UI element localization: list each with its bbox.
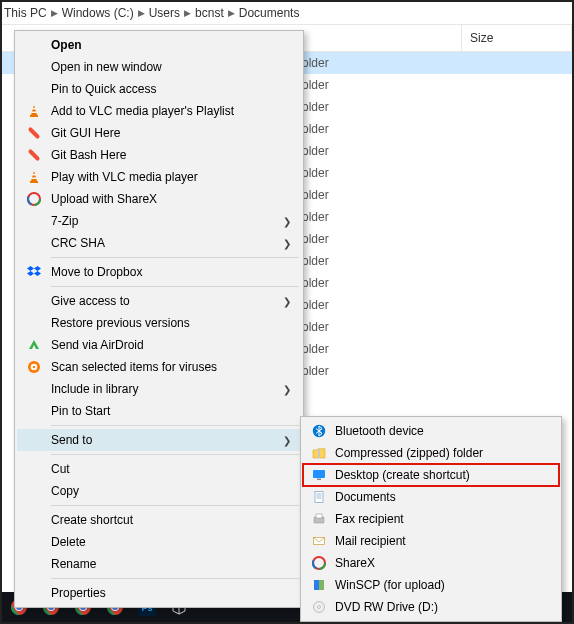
file-type-label: older [302, 56, 329, 70]
separator [51, 425, 299, 426]
svg-rect-2 [32, 108, 36, 109]
chevron-right-icon: ❯ [283, 238, 291, 249]
breadcrumb-segment[interactable]: Windows (C:) [62, 6, 134, 20]
submenu-bluetooth[interactable]: Bluetooth device [303, 420, 559, 442]
menu-dropbox[interactable]: Move to Dropbox [17, 261, 301, 283]
menu-git-bash[interactable]: Git Bash Here [17, 144, 301, 166]
svg-marker-14 [34, 266, 41, 271]
git-icon [23, 124, 45, 142]
blank-icon [23, 80, 45, 98]
menu-vlc-play[interactable]: Play with VLC media player [17, 166, 301, 188]
menu-open[interactable]: Open [17, 34, 301, 56]
menu-cut[interactable]: Cut [17, 458, 301, 480]
chevron-right-icon: ❯ [283, 216, 291, 227]
menu-label: Properties [51, 586, 281, 600]
file-type-label: older [302, 298, 329, 312]
file-type-label: older [302, 342, 329, 356]
separator [51, 505, 299, 506]
submenu-label: Desktop (create shortcut) [335, 468, 551, 482]
file-type-label: older [302, 276, 329, 290]
file-type-label: older [302, 320, 329, 334]
breadcrumb-segment[interactable]: This PC [4, 6, 47, 20]
menu-7zip[interactable]: 7-Zip ❯ [17, 210, 301, 232]
menu-send-to[interactable]: Send to ❯ [17, 429, 301, 451]
menu-avast-scan[interactable]: Scan selected items for viruses [17, 356, 301, 378]
menu-label: Send to [51, 433, 281, 447]
sharex-icon [23, 190, 45, 208]
submenu-label: DVD RW Drive (D:) [335, 600, 551, 614]
menu-label: Play with VLC media player [51, 170, 281, 184]
menu-rename[interactable]: Rename [17, 553, 301, 575]
submenu-label: Fax recipient [335, 512, 551, 526]
chevron-right-icon: ❯ [283, 384, 291, 395]
desktop-icon [309, 466, 329, 484]
svg-rect-23 [317, 479, 321, 481]
menu-include-library[interactable]: Include in library ❯ [17, 378, 301, 400]
menu-restore-previous[interactable]: Restore previous versions [17, 312, 301, 334]
menu-give-access[interactable]: Give access to ❯ [17, 290, 301, 312]
submenu-mail[interactable]: Mail recipient [303, 530, 559, 552]
breadcrumb[interactable]: This PC ▶ Windows (C:) ▶ Users ▶ bcnst ▶… [2, 2, 572, 24]
submenu-dvd[interactable]: DVD RW Drive (D:) [303, 596, 559, 618]
svg-marker-13 [27, 266, 34, 271]
menu-create-shortcut[interactable]: Create shortcut [17, 509, 301, 531]
submenu-winscp[interactable]: WinSCP (for upload) [303, 574, 559, 596]
menu-label: Add to VLC media player's Playlist [51, 104, 281, 118]
file-type-label: older [302, 254, 329, 268]
chevron-right-icon: ▶ [138, 8, 145, 18]
svg-marker-16 [34, 271, 41, 276]
column-header-size[interactable]: Size [462, 25, 572, 51]
submenu-desktop-shortcut[interactable]: Desktop (create shortcut) [303, 464, 559, 486]
breadcrumb-segment[interactable]: Users [149, 6, 180, 20]
svg-rect-34 [314, 580, 319, 590]
menu-pin-quick-access[interactable]: Pin to Quick access [17, 78, 301, 100]
blank-icon [23, 234, 45, 252]
submenu-fax[interactable]: Fax recipient [303, 508, 559, 530]
submenu-sharex[interactable]: ShareX [303, 552, 559, 574]
menu-sharex-upload[interactable]: Upload with ShareX [17, 188, 301, 210]
vlc-icon [23, 168, 45, 186]
vlc-icon [23, 102, 45, 120]
menu-label: Pin to Start [51, 404, 281, 418]
menu-git-gui[interactable]: Git GUI Here [17, 122, 301, 144]
menu-open-new-window[interactable]: Open in new window [17, 56, 301, 78]
mail-icon [309, 532, 329, 550]
menu-vlc-playlist[interactable]: Add to VLC media player's Playlist [17, 100, 301, 122]
file-type-label: older [302, 364, 329, 378]
git-icon [23, 146, 45, 164]
winscp-icon [309, 576, 329, 594]
file-type-label: older [302, 210, 329, 224]
disc-icon [309, 598, 329, 616]
menu-label: Move to Dropbox [51, 265, 281, 279]
breadcrumb-segment[interactable]: bcnst [195, 6, 224, 20]
svg-rect-3 [32, 112, 37, 113]
menu-pin-start[interactable]: Pin to Start [17, 400, 301, 422]
zip-folder-icon [309, 444, 329, 462]
menu-label: Open [51, 38, 281, 52]
menu-properties[interactable]: Properties [17, 582, 301, 604]
sharex-icon [309, 554, 329, 572]
menu-label: Send via AirDroid [51, 338, 281, 352]
submenu-label: Bluetooth device [335, 424, 551, 438]
submenu-compressed[interactable]: Compressed (zipped) folder [303, 442, 559, 464]
documents-icon [309, 488, 329, 506]
submenu-documents[interactable]: Documents [303, 486, 559, 508]
blank-icon [23, 58, 45, 76]
blank-icon [23, 460, 45, 478]
blank-icon [23, 380, 45, 398]
menu-label: Scan selected items for viruses [51, 360, 281, 374]
menu-delete[interactable]: Delete [17, 531, 301, 553]
svg-marker-15 [27, 271, 34, 276]
menu-crc-sha[interactable]: CRC SHA ❯ [17, 232, 301, 254]
svg-rect-7 [30, 181, 38, 183]
file-type-label: older [302, 78, 329, 92]
menu-label: Include in library [51, 382, 281, 396]
submenu-label: Compressed (zipped) folder [335, 446, 551, 460]
menu-copy[interactable]: Copy [17, 480, 301, 502]
blank-icon [23, 314, 45, 332]
svg-marker-0 [31, 105, 37, 115]
menu-airdroid[interactable]: Send via AirDroid [17, 334, 301, 356]
blank-icon [23, 212, 45, 230]
menu-label: Restore previous versions [51, 316, 281, 330]
breadcrumb-segment[interactable]: Documents [239, 6, 300, 20]
